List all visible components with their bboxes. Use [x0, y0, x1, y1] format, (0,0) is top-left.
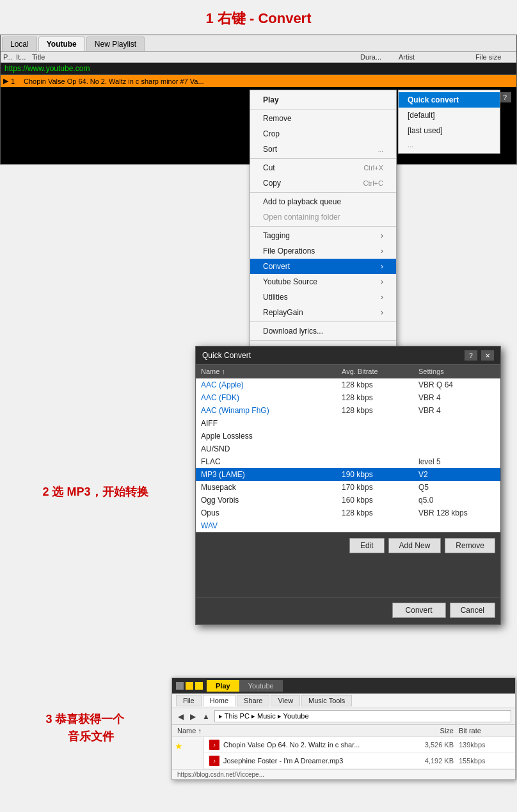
exp-youtube-tab[interactable]: Youtube: [239, 680, 283, 692]
exp-col-size-header: Size: [408, 727, 459, 735]
ctx-sep-1: [250, 109, 396, 110]
col-p: P...: [3, 53, 16, 61]
qc-format-row[interactable]: Musepack170 kbpsQ5: [196, 481, 500, 494]
exp-file-row[interactable]: ♪Chopin Valse Op 64. No 2. Waltz in c sh…: [204, 737, 515, 753]
ctx-sep-6: [250, 340, 396, 341]
qc-format-list: AAC (Apple)128 kbpsVBR Q 64AAC (FDK)128 …: [196, 378, 500, 532]
exp-ribbon: File Home Share View Music Tools: [172, 694, 515, 708]
ctx-youtube-source[interactable]: Youtube Source ›: [250, 274, 396, 289]
exp-col-headers: Name ↑ Size Bit rate: [172, 725, 515, 737]
ctx-replaygain[interactable]: ReplayGain ›: [250, 305, 396, 320]
exp-back-btn[interactable]: ◀: [176, 711, 186, 722]
submenu-dots: ...: [399, 138, 500, 151]
col-filesize: File size: [475, 53, 514, 61]
ctx-tagging[interactable]: Tagging ›: [250, 228, 396, 243]
ctx-sep-3: [250, 192, 396, 193]
ctx-utilities[interactable]: Utilities ›: [250, 289, 396, 305]
tab-bar: Local Youtube New Playlist: [1, 35, 516, 52]
exp-addressbar: ◀ ▶ ▲ ▸ This PC ▸ Music ▸ Youtube: [172, 708, 515, 725]
col-artist: Artist: [399, 53, 475, 61]
qc-actions: Edit Add New Remove: [196, 532, 500, 558]
tab-new-playlist[interactable]: New Playlist: [86, 37, 145, 51]
exp-col-name-header: Name ↑: [177, 727, 408, 735]
qc-title: Quick Convert: [202, 351, 251, 360]
ctx-sep-2: [250, 158, 396, 159]
qc-format-row[interactable]: AIFF: [196, 417, 500, 430]
ctx-remove[interactable]: Remove: [250, 111, 396, 126]
qc-format-row[interactable]: WAV: [196, 519, 500, 532]
qc-bottom-actions: Convert Cancel: [196, 597, 500, 624]
ctx-play[interactable]: Play: [250, 92, 396, 108]
ctx-add-playback[interactable]: Add to playback queue: [250, 194, 396, 209]
exp-statusbar: https://blog.csdn.net/Viccepe...: [172, 769, 515, 779]
ctx-convert[interactable]: Convert ›: [250, 259, 396, 274]
quick-convert-dialog: Quick Convert ? ✕ Name ↑ Avg. Bitrate Se…: [195, 346, 501, 625]
track-row[interactable]: ▶ 1 Chopin Valse Op 64. No 2. Waltz in c…: [1, 75, 516, 87]
exp-view-btn[interactable]: View: [271, 695, 300, 706]
ctx-download-lyrics[interactable]: Download lyrics...: [250, 323, 396, 339]
ctx-sep-5: [250, 321, 396, 322]
exp-forward-btn[interactable]: ▶: [188, 711, 198, 722]
qc-format-row[interactable]: MP3 (LAME)190 kbpsV2: [196, 468, 500, 481]
col-duration: Dura...: [360, 53, 399, 61]
tab-local[interactable]: Local: [2, 37, 37, 51]
ctx-sep-4: [250, 226, 396, 227]
col-title: Title: [32, 53, 360, 61]
qc-format-row[interactable]: AAC (FDK)128 kbpsVBR 4: [196, 391, 500, 404]
play-icon: ▶: [3, 77, 8, 85]
qc-col-bitrate: Avg. Bitrate: [342, 368, 418, 375]
context-menu: Play Remove Crop Sort ... Cut Ctrl+X Cop…: [250, 90, 397, 360]
exp-up-btn[interactable]: ▲: [200, 711, 212, 722]
exp-home-btn[interactable]: Home: [203, 695, 235, 706]
qc-titlebar: Quick Convert ? ✕: [196, 346, 500, 364]
qc-remove-button[interactable]: Remove: [445, 538, 495, 553]
qc-close-button[interactable]: ✕: [481, 350, 494, 361]
submenu-quick-convert[interactable]: Quick convert: [399, 92, 500, 108]
qc-format-row[interactable]: AAC (Winamp FhG)128 kbpsVBR 4: [196, 404, 500, 417]
qc-format-row[interactable]: AU/SND: [196, 443, 500, 455]
exp-content: ♪Chopin Valse Op 64. No 2. Waltz in c sh…: [204, 737, 515, 769]
ctx-crop[interactable]: Crop: [250, 126, 396, 142]
qc-col-settings: Settings: [418, 368, 495, 375]
exp-sidebar-star: ★: [175, 741, 201, 751]
exp-file-btn[interactable]: File: [176, 695, 202, 706]
qc-edit-button[interactable]: Edit: [349, 538, 385, 553]
ctx-file-operations[interactable]: File Operations ›: [250, 243, 396, 259]
submenu-last-used[interactable]: [last used]: [399, 123, 500, 138]
url-bar: https://www.youtube.com: [1, 63, 516, 75]
qc-format-row[interactable]: FLAClevel 5: [196, 455, 500, 468]
qc-column-headers: Name ↑ Avg. Bitrate Settings: [196, 364, 500, 378]
qc-format-row[interactable]: Opus128 kbpsVBR 128 kbps: [196, 507, 500, 519]
ctx-copy[interactable]: Copy Ctrl+C: [250, 175, 396, 191]
qc-format-row[interactable]: Apple Lossless: [196, 430, 500, 443]
qc-format-row[interactable]: Ogg Vorbis160 kbpsq5.0: [196, 494, 500, 507]
qc-cancel-button[interactable]: Cancel: [450, 603, 495, 618]
exp-share-btn[interactable]: Share: [237, 695, 269, 706]
submenu-default[interactable]: [default]: [399, 108, 500, 123]
track-title: Chopin Valse Op 64. No 2. Waltz in c sha…: [24, 77, 514, 85]
explorer-window: Play Youtube File Home Share View Music …: [171, 678, 516, 780]
convert-submenu: Quick convert [default] [last used] ...: [398, 90, 500, 154]
file-icon: ♪: [209, 740, 219, 750]
step3-label: 3 恭喜获得一个 音乐文件: [3, 711, 168, 745]
file-icon: ♪: [209, 756, 219, 766]
ctx-cut[interactable]: Cut Ctrl+X: [250, 160, 396, 175]
qc-format-row[interactable]: AAC (Apple)128 kbpsVBR Q 64: [196, 378, 500, 391]
track-number: 1: [11, 77, 24, 85]
column-headers: P... It... Title Dura... Artist File siz…: [1, 52, 516, 63]
tab-youtube[interactable]: Youtube: [38, 37, 85, 51]
exp-titlebar: Play Youtube: [172, 678, 515, 694]
page-title: 1 右键 - Convert: [0, 0, 517, 35]
exp-music-tools-btn[interactable]: Music Tools: [301, 695, 352, 706]
qc-help-button[interactable]: ?: [465, 350, 477, 361]
col-it: It...: [16, 53, 32, 61]
exp-sidebar: ★: [172, 737, 204, 769]
exp-title-tabs: Play Youtube: [207, 680, 511, 692]
step2-label: 2 选 MP3，开始转换: [3, 483, 188, 501]
ctx-sort[interactable]: Sort ...: [250, 142, 396, 157]
exp-play-tab[interactable]: Play: [207, 680, 239, 692]
qc-col-name: Name ↑: [201, 368, 342, 375]
qc-convert-button[interactable]: Convert: [392, 603, 446, 618]
qc-add-new-button[interactable]: Add New: [388, 538, 441, 553]
exp-file-row[interactable]: ♪Josephine Foster - I'm A Dreamer.mp34,1…: [204, 753, 515, 769]
